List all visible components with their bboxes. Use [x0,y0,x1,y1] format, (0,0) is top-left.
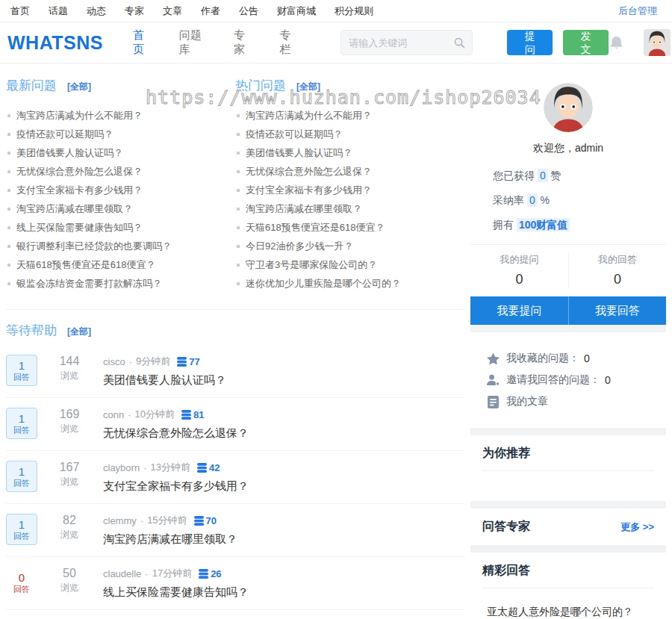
list-item: 淘宝跨店满减在哪里领取？ [6,199,235,218]
utility-nav-link[interactable]: 专家 [125,5,144,16]
view-count-number: 144 [52,355,87,368]
utility-nav-link[interactable]: 首页 [10,5,30,16]
bullet-icon [7,226,10,229]
username-link[interactable]: cisco [103,356,125,367]
latest-view-all-link[interactable]: [全部] [67,81,91,93]
username-link[interactable]: claudelle [103,568,141,579]
ask-now-button[interactable]: 我要提问 [470,296,568,325]
notification-bell-icon[interactable] [609,34,624,52]
invited-questions-link[interactable]: 邀请我回答的问题： 0 [487,373,650,387]
bullet-icon [237,226,240,229]
question-link[interactable]: 支付宝全家福卡有多少钱用？ [16,184,143,197]
list-item: 天猫618预售便宜还是618便宜？ [235,218,464,237]
invite-person-icon [487,374,500,387]
question-link[interactable]: 支付宝全家福卡有多少钱用？ [103,479,249,492]
experts-more-link[interactable]: 更多 >> [620,520,654,534]
my-articles-link[interactable]: 我的文章 [487,395,650,408]
question-link[interactable]: 天猫618预售便宜还是618便宜？ [246,221,385,234]
nav-home[interactable]: 首页 [133,28,151,57]
view-count-number: 82 [52,514,87,527]
utility-nav-link[interactable]: 积分规则 [335,5,373,16]
profile-stats: 您已获得 0 赞 采纳率 0 % 拥有 100财富值 [470,155,666,232]
admin-panel-link[interactable]: 后台管理 [618,4,657,18]
wealth-value[interactable]: 100财富值 [517,218,570,231]
answer-now-button[interactable]: 我要回答 [568,296,666,325]
my-answers-counter[interactable]: 我的回答 0 [568,253,666,287]
nav-question-bank[interactable]: 问题库 [179,28,205,57]
meta-separator: · [143,462,146,473]
list-item: 淘宝跨店满减为什么不能用？ [6,106,235,125]
utility-nav-link[interactable]: 话题 [49,5,68,16]
list-item: 守卫者3号是哪家保险公司的？ [235,255,464,274]
bounty: 77 [177,356,199,367]
question-link[interactable]: 无忧保综合意外险怎么退保？ [103,426,249,439]
utility-nav-link[interactable]: 文章 [163,5,182,16]
question-link[interactable]: 淘宝跨店满减在哪里领取？ [246,202,362,216]
utility-nav-link[interactable]: 作者 [201,5,220,16]
question-link[interactable]: 守卫者3号是哪家保险公司的？ [246,258,377,272]
utility-nav: 首页话题动态专家文章作者公告财富商城积分规则 后台管理 [0,0,672,22]
question-link[interactable]: 淘宝跨店满减为什么不能用？ [246,109,372,122]
bullet-icon [237,264,240,267]
question-link[interactable]: 美团借钱要人脸认证吗？ [246,146,352,160]
question-link[interactable]: 美团借钱要人脸认证吗？ [16,146,123,160]
waiting-view-all-link[interactable]: [全部] [67,326,91,338]
bullet-icon [237,114,240,117]
site-logo[interactable]: WHATSNS [7,32,103,54]
question-link[interactable]: 淘宝跨店满减为什么不能用？ [16,109,143,122]
avatar-image [544,83,593,132]
answer-count: 1 [19,359,25,372]
username-link[interactable]: conn [103,409,124,420]
question-link[interactable]: 银监会冻结资金需要打款解冻吗？ [16,277,162,290]
list-item: 迷你优加少儿重疾险是哪个公司的？ [235,274,464,293]
nav-experts[interactable]: 专家 [234,28,252,57]
nav-columns[interactable]: 专栏 [280,28,298,57]
search-icon[interactable] [453,37,466,49]
list-item: 无忧保综合意外险怎么退保？ [6,162,235,181]
question-link[interactable]: 迷你优加少儿重疾险是哪个公司的？ [246,277,401,290]
post-time: 17分钟前 [152,567,192,580]
favorited-questions-link[interactable]: 我收藏的问题： 0 [487,352,650,365]
utility-nav-link[interactable]: 动态 [87,5,106,16]
utility-nav-link[interactable]: 财富商城 [277,5,316,16]
waiting-help-section: 等待帮助 [全部] 1 回答 144 浏览 cisco [6,309,464,619]
my-questions-counter[interactable]: 我的提问 0 [470,253,568,287]
view-count-number: 169 [52,408,87,421]
ask-question-button[interactable]: 提问 [507,30,553,55]
question-link[interactable]: 无忧保综合意外险怎么退保？ [16,165,143,178]
list-item: 银监会冻结资金需要打款解冻吗？ [6,274,235,293]
question-meta: conn · 10分钟前 81 [103,408,249,421]
bounty-amount: 26 [211,568,221,579]
favorited-count: 0 [584,352,590,364]
question-link[interactable]: 今日92油价多少钱一升？ [246,240,353,253]
likes-value: 0 [538,169,548,182]
user-avatar[interactable] [644,29,671,56]
question-link[interactable]: 淘宝跨店满减在哪里领取？ [16,202,133,216]
question-link[interactable]: 线上买保险需要健康告知吗？ [103,585,249,598]
experts-title: 问答专家 [482,519,530,535]
question-meta: clemmy · 15分钟前 70 [103,514,237,527]
username-link[interactable]: clayborn [103,462,140,473]
waiting-rows: 1 回答 144 浏览 cisco · 9分钟前 [6,345,464,619]
profile-avatar[interactable] [544,83,593,132]
list-item: 今日92油价多少钱一升？ [235,237,464,255]
question-link[interactable]: 美团借钱要人脸认证吗？ [103,373,226,386]
question-link[interactable]: 淘宝跨店满减在哪里领取？ [103,532,237,545]
featured-answer-link[interactable]: 亚太超人意外险是哪个公司的？ [482,606,654,619]
search-input[interactable] [341,31,472,55]
utility-nav-link[interactable]: 公告 [239,5,258,16]
question-link[interactable]: 疫情还款可以延期吗？ [246,128,343,141]
article-icon [487,396,500,408]
question-link[interactable]: 支付宝全家福卡有多少钱用？ [246,184,372,197]
question-link[interactable]: 线上买保险需要健康告知吗？ [16,221,143,234]
answer-count-badge: 1 回答 [6,461,37,492]
hot-view-all-link[interactable]: [全部] [296,81,320,93]
question-link[interactable]: 无忧保综合意外险怎么退保？ [246,165,372,178]
publish-article-button[interactable]: 发文 [563,30,609,55]
question-link[interactable]: 天猫618预售便宜还是618便宜？ [16,258,155,272]
question-link[interactable]: 疫情还款可以延期吗？ [16,128,113,141]
username-link[interactable]: clemmy [103,515,137,526]
view-count-label: 浏览 [52,529,87,541]
bullet-icon [7,152,10,155]
question-link[interactable]: 银行调整利率已经贷款的也要调吗？ [16,240,172,253]
